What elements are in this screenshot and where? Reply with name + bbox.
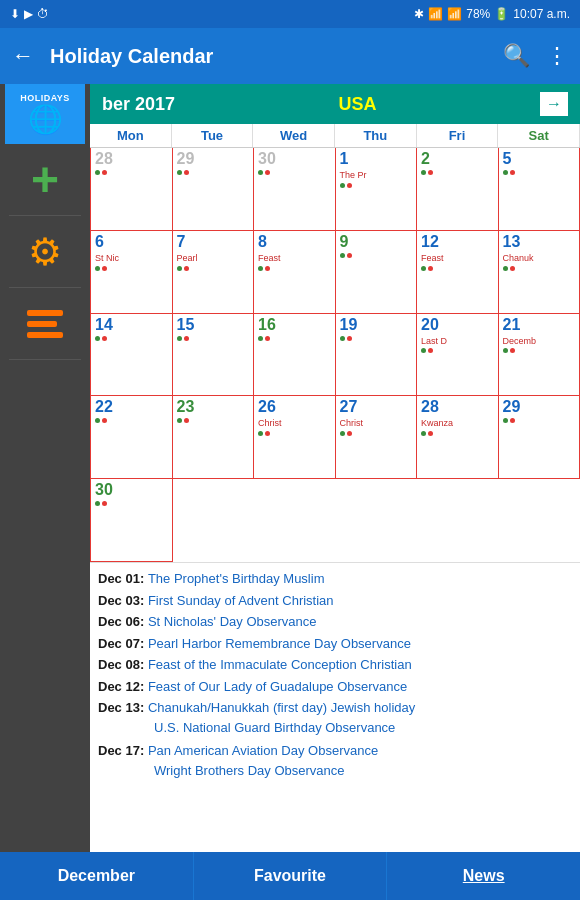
- event-name: Pan American Aviation Day Observance: [148, 743, 378, 758]
- status-left-icons: ⬇ ▶ ⏱: [10, 7, 49, 21]
- play-icon: ▶: [24, 7, 33, 21]
- month-label: ber 2017: [102, 94, 175, 115]
- calendar-header: ber 2017 USA →: [90, 84, 580, 124]
- day-number: 5: [503, 150, 576, 168]
- cal-cell-dec20[interactable]: 20 Last D: [417, 314, 499, 397]
- toolbar: ← Holiday Calendar 🔍 ⋮: [0, 28, 580, 84]
- back-button[interactable]: ←: [12, 43, 34, 69]
- event-date: Dec 08:: [98, 657, 148, 672]
- hamburger-icon: [27, 310, 63, 338]
- event-item-6[interactable]: Dec 12: Feast of Our Lady of Guadalupe O…: [98, 677, 572, 697]
- holiday-text: Pearl: [177, 253, 250, 264]
- event-item-2[interactable]: Dec 03: First Sunday of Advent Christian: [98, 591, 572, 611]
- menu-button[interactable]: [9, 288, 81, 360]
- cal-cell-dec8[interactable]: 8 Feast: [254, 231, 336, 314]
- day-header-mon: Mon: [90, 124, 172, 147]
- bottom-nav: December Favourite News: [0, 852, 580, 900]
- cal-cell-dec9[interactable]: 9: [336, 231, 418, 314]
- day-number: 13: [503, 233, 576, 251]
- day-header-fri: Fri: [417, 124, 499, 147]
- nav-december[interactable]: December: [0, 852, 194, 900]
- event-date: Dec 06:: [98, 614, 148, 629]
- event-list: Dec 01: The Prophet's Birthday Muslim De…: [90, 562, 580, 852]
- cal-cell-dec15[interactable]: 15: [173, 314, 255, 397]
- cal-cell-dec21[interactable]: 21 Decemb: [499, 314, 581, 397]
- day-number: 30: [95, 481, 168, 499]
- event-name: Feast of the Immaculate Conception Chris…: [148, 657, 412, 672]
- page-title: Holiday Calendar: [50, 45, 503, 68]
- day-number: 20: [421, 316, 494, 334]
- main-content: HOLIDAYS 🌐 + ⚙ ber 2017 USA → Mon Tue: [0, 84, 580, 852]
- toolbar-actions: 🔍 ⋮: [503, 43, 568, 69]
- day-number: 7: [177, 233, 250, 251]
- day-number: 23: [177, 398, 250, 416]
- next-month-button[interactable]: →: [540, 92, 568, 116]
- day-number: 6: [95, 233, 168, 251]
- holiday-text: Christ: [258, 418, 331, 429]
- day-number: 30: [258, 150, 331, 168]
- nav-news-label: News: [463, 867, 505, 885]
- menu-line-1: [27, 310, 63, 316]
- cal-cell-dec29[interactable]: 29: [499, 396, 581, 479]
- day-number: 26: [258, 398, 331, 416]
- cal-cell-dec27[interactable]: 27 Christ: [336, 396, 418, 479]
- day-number: 29: [177, 150, 250, 168]
- day-number: 1: [340, 150, 413, 168]
- nav-december-label: December: [58, 867, 135, 885]
- cal-cell-dec7[interactable]: 7 Pearl: [173, 231, 255, 314]
- day-number: 21: [503, 316, 576, 334]
- holiday-text: Chanuk: [503, 253, 576, 264]
- cal-cell-dec14[interactable]: 14: [91, 314, 173, 397]
- bluetooth-icon: ✱: [414, 7, 424, 21]
- nav-news[interactable]: News: [387, 852, 580, 900]
- cal-cell-dec23[interactable]: 23: [173, 396, 255, 479]
- day-number: 28: [421, 398, 494, 416]
- nav-favourite[interactable]: Favourite: [194, 852, 388, 900]
- cal-cell-dec30[interactable]: 30: [91, 479, 173, 562]
- cal-cell-nov28[interactable]: 28: [91, 148, 173, 231]
- event-name: The Prophet's Birthday Muslim: [148, 571, 325, 586]
- calendar-grid: 28 29 30 1 The Pr 2 5: [90, 148, 580, 562]
- more-options-button[interactable]: ⋮: [546, 43, 568, 69]
- status-bar: ⬇ ▶ ⏱ ✱ 📶 📶 78% 🔋 10:07 a.m.: [0, 0, 580, 28]
- cal-cell-dec26[interactable]: 26 Christ: [254, 396, 336, 479]
- settings-button[interactable]: ⚙: [9, 216, 81, 288]
- event-item-1[interactable]: Dec 01: The Prophet's Birthday Muslim: [98, 569, 572, 589]
- event-item-5[interactable]: Dec 08: Feast of the Immaculate Concepti…: [98, 655, 572, 675]
- event-name: First Sunday of Advent Christian: [148, 593, 334, 608]
- plus-icon: +: [31, 156, 59, 204]
- search-button[interactable]: 🔍: [503, 43, 530, 69]
- cal-cell-nov29[interactable]: 29: [173, 148, 255, 231]
- gear-icon: ⚙: [28, 230, 62, 274]
- cal-cell-dec2[interactable]: 2: [417, 148, 499, 231]
- cal-cell-nov30[interactable]: 30: [254, 148, 336, 231]
- day-header-thu: Thu: [335, 124, 417, 147]
- cal-cell-dec28[interactable]: 28 Kwanza: [417, 396, 499, 479]
- event-item-7[interactable]: Dec 13: Chanukah/Hanukkah (first day) Je…: [98, 698, 572, 737]
- event-item-3[interactable]: Dec 06: St Nicholas' Day Observance: [98, 612, 572, 632]
- event-item-4[interactable]: Dec 07: Pearl Harbor Remembrance Day Obs…: [98, 634, 572, 654]
- event-name: Pearl Harbor Remembrance Day Observance: [148, 636, 411, 651]
- event-date: Dec 07:: [98, 636, 148, 651]
- event-date: Dec 12:: [98, 679, 148, 694]
- download-icon: ⬇: [10, 7, 20, 21]
- menu-line-3: [27, 332, 63, 338]
- cal-cell-dec16[interactable]: 16: [254, 314, 336, 397]
- cal-cell-dec1[interactable]: 1 The Pr: [336, 148, 418, 231]
- event-item-8[interactable]: Dec 17: Pan American Aviation Day Observ…: [98, 741, 572, 780]
- cal-cell-dec6[interactable]: 6 St Nic: [91, 231, 173, 314]
- event-extra: Wright Brothers Day Observance: [98, 761, 572, 781]
- cal-cell-dec19[interactable]: 19: [336, 314, 418, 397]
- cal-cell-dec13[interactable]: 13 Chanuk: [499, 231, 581, 314]
- calendar-area: ber 2017 USA → Mon Tue Wed Thu Fri Sat 2…: [90, 84, 580, 852]
- day-number: 29: [503, 398, 576, 416]
- cal-cell-dec12[interactable]: 12 Feast: [417, 231, 499, 314]
- day-number: 8: [258, 233, 331, 251]
- cal-cell-dec22[interactable]: 22: [91, 396, 173, 479]
- event-date: Dec 03:: [98, 593, 148, 608]
- cal-cell-dec5[interactable]: 5: [499, 148, 581, 231]
- status-right-icons: ✱ 📶 📶 78% 🔋 10:07 a.m.: [414, 7, 570, 21]
- add-button[interactable]: +: [9, 144, 81, 216]
- app-logo: HOLIDAYS 🌐: [5, 84, 85, 144]
- globe-icon: 🌐: [28, 103, 63, 136]
